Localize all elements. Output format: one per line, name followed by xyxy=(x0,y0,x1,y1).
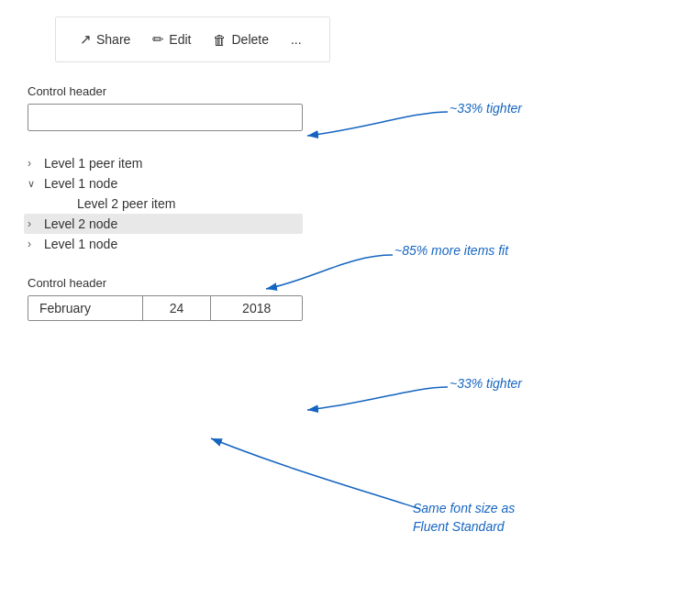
share-label: Share xyxy=(96,32,130,47)
share-button[interactable]: ↗ Share xyxy=(71,27,139,52)
chevron-right-icon: › xyxy=(28,217,44,230)
delete-icon: 🗑 xyxy=(213,32,227,48)
tree-item[interactable]: › Level 1 node xyxy=(28,234,303,254)
tree-section: › Level 1 peer item ∨ Level 1 node Level… xyxy=(28,153,700,254)
date-year[interactable]: 2018 xyxy=(211,296,302,320)
toolbar-section: ↗ Share ✏ Edit 🗑 Delete ... xyxy=(28,17,700,62)
tree-item-label: Level 2 peer item xyxy=(77,196,175,211)
control-header-section-1: Control header xyxy=(28,84,700,131)
more-label: ... xyxy=(291,32,302,47)
annotation-font-size-text: Same font size asFluent Standard xyxy=(413,501,515,534)
control-header-section-2: Control header February 24 2018 xyxy=(28,276,700,321)
annotation-font-size: Same font size asFluent Standard xyxy=(413,500,515,536)
tree-item-label: Level 1 node xyxy=(44,176,117,191)
annotation-85-items: ~85% more items fit xyxy=(394,243,508,258)
chevron-right-icon: › xyxy=(28,157,44,170)
toolbar: ↗ Share ✏ Edit 🗑 Delete ... xyxy=(55,17,330,62)
control-header-label-2: Control header xyxy=(28,276,700,290)
more-button[interactable]: ... xyxy=(282,28,311,51)
control-header-label-1: Control header xyxy=(28,84,700,98)
date-month[interactable]: February xyxy=(28,296,143,320)
tree-item-label: Level 1 peer item xyxy=(44,156,142,171)
edit-label: Edit xyxy=(169,32,191,47)
share-icon: ↗ xyxy=(80,31,92,48)
tree-item[interactable]: Level 2 peer item xyxy=(61,194,303,214)
delete-label: Delete xyxy=(231,32,268,47)
annotation-33-tighter-2: ~33% tighter xyxy=(450,376,522,391)
date-picker[interactable]: February 24 2018 xyxy=(28,295,303,321)
date-day[interactable]: 24 xyxy=(143,296,212,320)
tree-item-highlighted[interactable]: › Level 2 node xyxy=(24,214,303,234)
tree-item[interactable]: ∨ Level 1 node xyxy=(28,173,303,194)
control-input-1[interactable] xyxy=(28,104,303,131)
edit-icon: ✏ xyxy=(152,31,164,48)
chevron-right-icon: › xyxy=(28,238,44,250)
tree-item[interactable]: › Level 1 peer item xyxy=(28,153,303,173)
tree-item-label: Level 1 node xyxy=(44,237,117,251)
tree-item-label: Level 2 node xyxy=(44,216,117,231)
edit-button[interactable]: ✏ Edit xyxy=(143,27,200,52)
tree-list: › Level 1 peer item ∨ Level 1 node Level… xyxy=(28,153,303,254)
annotation-33-tighter-1: ~33% tighter xyxy=(450,101,522,116)
chevron-down-icon: ∨ xyxy=(28,178,44,190)
delete-button[interactable]: 🗑 Delete xyxy=(204,28,277,52)
